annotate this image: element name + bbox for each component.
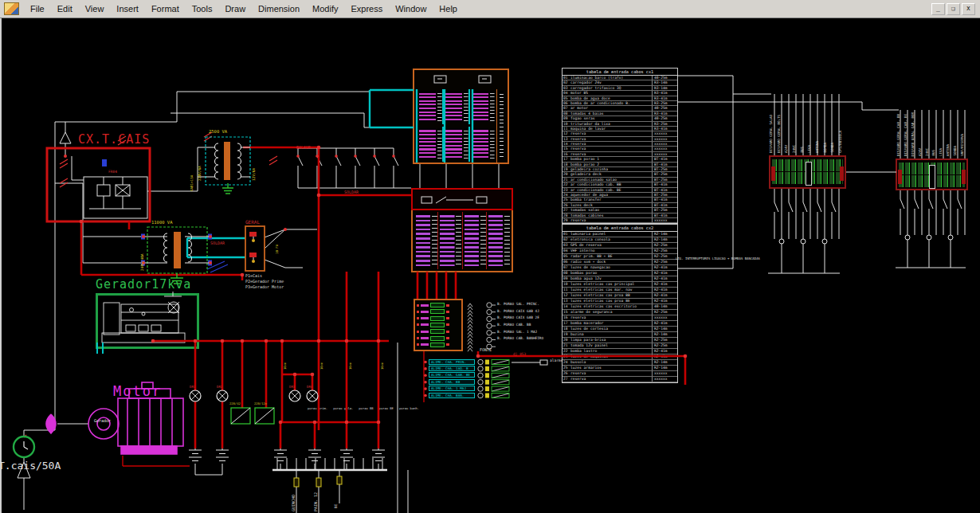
table-row: 27reservaxxxxxx: [563, 377, 677, 382]
pump-tag-dr2: DR2: [217, 386, 222, 389]
t1-tap: GAB1=15A: [190, 151, 194, 191]
bilge-label: B. PORAO CAB. BB: [497, 322, 543, 329]
terminal-cells: [416, 89, 496, 164]
table-row: 24bussolaR2-14m: [563, 360, 677, 366]
menu-item[interactable]: File: [24, 2, 51, 16]
wire-label: VHF/RESERVA: [960, 134, 966, 156]
pump-tag-dr4: DR4: [307, 386, 312, 389]
table-row: 12luzes eletricas cas proa BBR2-41m: [563, 293, 677, 299]
pump-tag: porao banh.: [399, 406, 419, 410]
wire-label: 24VC: [792, 145, 798, 153]
table-row: 02eletronica consolaR2-14m: [563, 237, 677, 243]
wire-label: LIGA: [807, 145, 813, 153]
soldar-label: SOLDAR: [210, 241, 225, 245]
menu-item[interactable]: Window: [389, 2, 433, 16]
wire-label: BUS: [931, 150, 938, 156]
wire-gauge-4: 16mm: [381, 354, 384, 370]
fuse-tag: 10 FA: [276, 235, 279, 254]
table-row: 22bomba lastroR2-41m: [563, 349, 677, 354]
p3-note: P3=Gerador Motor: [245, 285, 284, 289]
restore-button[interactable]: ❏: [947, 3, 960, 15]
table-row: 03GPS de reservaR2-25m: [563, 243, 677, 249]
bilge-label: B. PORAO CAB. BANHEIRO: [497, 335, 543, 343]
table-row: 13luzes eletricas cas proa BER2-41m: [563, 299, 677, 304]
terminal-group-a[interactable]: [769, 155, 846, 189]
menu-item[interactable]: Tools: [186, 2, 219, 16]
wire-label: DISPARO GERAL CAB. BB: [896, 114, 903, 156]
tcais-label[interactable]: T.cais/50A: [0, 460, 61, 471]
generator-box[interactable]: [96, 293, 199, 349]
wire-label: SONDA: [830, 143, 837, 153]
menu-item[interactable]: Format: [145, 2, 186, 16]
t1-rating: 2500 VA: [209, 130, 227, 135]
alim-label: ALIME. CHA. BB: [429, 379, 475, 385]
menu-item[interactable]: Insert: [110, 2, 145, 16]
wire-label: GPS/BUSSOLA: [838, 131, 845, 153]
table-row: 18luzes de cortesiaR2-14m: [563, 327, 677, 332]
menu-item[interactable]: Dimension: [252, 2, 306, 16]
cad-window: FileEditViewInsertFormatToolsDrawDimensi…: [0, 0, 980, 513]
gerador-title[interactable]: Gerador17kva: [96, 279, 191, 291]
fonte-label: FONTE: [480, 348, 492, 352]
t1-secondary: 12V/6A: [253, 147, 257, 181]
menu-item[interactable]: Draw: [218, 2, 252, 16]
alim-label: ALIME. CHA. 1 MAJ: [429, 386, 475, 391]
dj-label: dj 053: [513, 353, 526, 357]
table-row: 08bombas poraoR2-41m: [563, 271, 677, 276]
bilge-label: B. PORAO SAL. 1 MAJ: [497, 329, 543, 336]
table-row: 11luzes eletricas cas mar. navR2-41m: [563, 288, 677, 293]
charger2-tag: 220/12v: [254, 402, 267, 405]
terminal-box-mid[interactable]: [411, 188, 513, 272]
t1-primary: 220V/6A: [198, 147, 202, 181]
pump-tag: porao gela.: [333, 406, 353, 410]
terminal-box-top[interactable]: [413, 69, 509, 164]
table-row: 29reservaxxxxxx: [563, 218, 677, 223]
t2-rating: 11000 VA: [151, 221, 173, 225]
wire-label: SONDA: [953, 146, 959, 156]
menu-item[interactable]: Express: [344, 2, 389, 16]
table-row: 17bomba maceradorR2-41m: [563, 321, 677, 327]
table-row: 09bomba agua 12vR2-41m: [563, 276, 677, 282]
table-row: 20limpa para-brisaR2-25m: [563, 338, 677, 343]
terminal-group-b[interactable]: [896, 159, 968, 190]
bilge-pump-strip[interactable]: [414, 299, 463, 351]
table-row: 23luzes de maquinasR2-41m: [563, 354, 677, 360]
pump-tag: porao BB: [359, 406, 373, 410]
soldar-label-2: SOLDAR: [344, 190, 359, 194]
wire-label: BUS: [800, 147, 806, 153]
balaur-label: BALAUR: [296, 146, 311, 150]
alim-label: ALIME. CHA. GAB. BE: [429, 372, 475, 378]
menu-item[interactable]: Edit: [51, 2, 79, 16]
switch-header: [411, 188, 513, 210]
table-row: 05radar prim. BB + BER2-25m: [563, 254, 677, 260]
porao-pump-tags: porao prim.porao gela.porao BBporao BEpo…: [308, 406, 419, 410]
table-row: 14luzes eletricas cas escritorio40-14m: [563, 304, 677, 310]
cable-table-cx1[interactable]: tabela de entrada cabos cx1 01iluminacao…: [562, 68, 678, 224]
motor-title[interactable]: Motor: [113, 385, 162, 398]
alim-rows: ALIME. CHA. PRIN.ALIME. CHA. IAQ. BALIME…: [429, 358, 475, 398]
pump-tag: porao prim.: [308, 406, 327, 410]
cable-table-cx2[interactable]: tabela de entrada cabos cx2 01luminaria …: [562, 224, 678, 383]
pump-tag: porao BE: [379, 406, 394, 410]
terminal-side-strip: [496, 89, 506, 163]
app-icon[interactable]: [4, 2, 19, 15]
menu-item[interactable]: Modify: [306, 2, 344, 16]
cx-t-cais-title[interactable]: CX.T.CAIS: [78, 134, 150, 146]
wire-label: A24V: [784, 145, 790, 153]
close-button[interactable]: x: [962, 3, 975, 15]
guincho-label: GUINCHO: [292, 481, 296, 511]
menu-item[interactable]: View: [79, 2, 111, 16]
table-title: tabela de entrada cabos cx2: [563, 225, 677, 232]
table-row: 04VHF internoR2-25m: [563, 249, 677, 254]
minimize-button[interactable]: _: [931, 3, 945, 15]
wire-label: 24VC: [925, 148, 931, 156]
table-row: 10luzes eletricas cas principalR2-41m: [563, 282, 677, 288]
drawing-canvas[interactable]: DISPARO GERAL SALAODISPARO GERAL BOLTSA2…: [0, 0, 980, 513]
charger1-tag: 220/42: [229, 402, 241, 405]
alim-label: ALIME. CHA. PRIN.: [429, 359, 475, 365]
menu-item[interactable]: Help: [433, 2, 464, 16]
menu-items: FileEditViewInsertFormatToolsDrawDimensi…: [24, 2, 464, 16]
bilge-label: B. PORAO SAL. PRINC.: [497, 301, 543, 308]
wire-gauge-3: 16mm: [349, 354, 352, 370]
pump-tag-dr3: DR3: [289, 386, 295, 389]
